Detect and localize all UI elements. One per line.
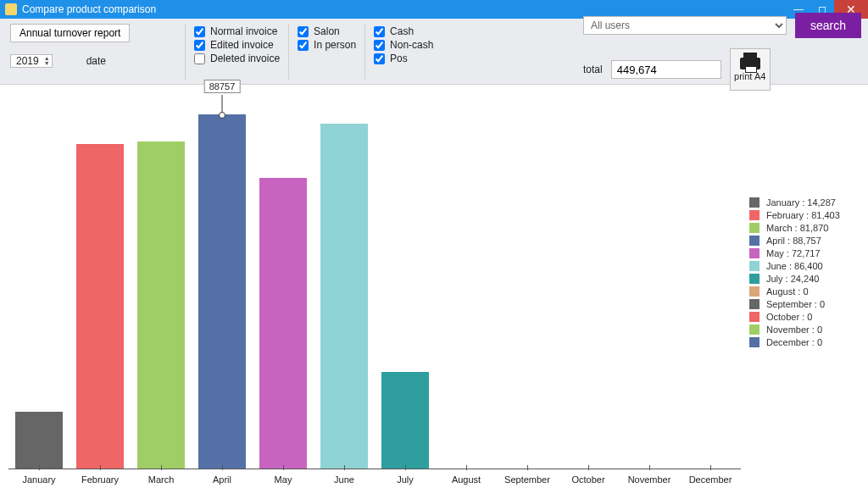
search-button[interactable]: search bbox=[795, 13, 861, 38]
legend-label: November : 0 bbox=[766, 324, 822, 335]
legend-swatch-icon bbox=[749, 197, 760, 208]
legend-item: March : 81,870 bbox=[749, 223, 868, 233]
legend-swatch-icon bbox=[749, 324, 760, 335]
cash-checkbox[interactable]: Cash bbox=[374, 25, 433, 37]
legend-item: January : 14,287 bbox=[749, 197, 868, 208]
legend-label: August : 0 bbox=[766, 286, 809, 297]
legend-label: July : 24,240 bbox=[766, 274, 819, 284]
legend-swatch-icon bbox=[749, 261, 760, 271]
bar-june[interactable] bbox=[320, 124, 368, 469]
legend-swatch-icon bbox=[749, 248, 760, 258]
legend-item: October : 0 bbox=[749, 312, 868, 322]
xlabel: April bbox=[213, 474, 231, 485]
bar-march[interactable] bbox=[137, 141, 185, 469]
bar-may[interactable] bbox=[259, 178, 307, 469]
edited-invoice-checkbox[interactable]: Edited invoice bbox=[194, 39, 280, 51]
bar-tooltip: 88757 bbox=[204, 80, 241, 93]
legend-label: December : 0 bbox=[766, 337, 822, 347]
bar-february[interactable] bbox=[76, 144, 124, 469]
date-label: date bbox=[86, 55, 106, 67]
xlabel: September bbox=[504, 474, 550, 485]
deleted-invoice-checkbox[interactable]: Deleted invoice bbox=[194, 53, 280, 64]
legend-label: October : 0 bbox=[766, 312, 812, 322]
bar-july[interactable] bbox=[381, 372, 429, 469]
tooltip-marker-icon bbox=[219, 112, 225, 119]
year-spinner[interactable]: 2019 ▲▼ bbox=[10, 54, 53, 68]
in-person-checkbox[interactable]: In person bbox=[298, 39, 356, 51]
pos-checkbox[interactable]: Pos bbox=[374, 53, 433, 64]
bar-january[interactable] bbox=[15, 412, 63, 469]
xlabel: January bbox=[22, 474, 55, 485]
payment-filter-group: Cash Non-cash Pos bbox=[364, 24, 442, 80]
legend-swatch-icon bbox=[749, 274, 760, 284]
bar-april[interactable] bbox=[198, 114, 246, 469]
legend-item: July : 24,240 bbox=[749, 274, 868, 284]
year-value: 2019 bbox=[16, 55, 39, 67]
legend-item: September : 0 bbox=[749, 299, 868, 309]
xlabel: July bbox=[397, 474, 414, 485]
xlabel: February bbox=[81, 474, 119, 485]
legend-label: May : 72,717 bbox=[766, 248, 821, 258]
xlabel: March bbox=[148, 474, 175, 485]
noncash-checkbox[interactable]: Non-cash bbox=[374, 39, 433, 51]
legend-swatch-icon bbox=[749, 299, 760, 309]
app-icon bbox=[5, 3, 17, 15]
legend-swatch-icon bbox=[749, 236, 760, 246]
legend-label: June : 86,400 bbox=[766, 261, 823, 271]
legend-label: January : 14,287 bbox=[766, 197, 836, 208]
legend-swatch-icon bbox=[749, 286, 760, 297]
invoice-filter-group: Normal invoice Edited invoice Deleted in… bbox=[185, 24, 288, 80]
legend-label: February : 81,403 bbox=[766, 210, 840, 220]
legend-item: April : 88,757 bbox=[749, 236, 868, 246]
user-combobox[interactable]: All users bbox=[583, 16, 787, 35]
spinner-arrows-icon[interactable]: ▲▼ bbox=[44, 56, 50, 66]
toolbar: Annual turnover report 2019 ▲▼ date Norm… bbox=[0, 19, 868, 85]
xlabel: June bbox=[334, 474, 354, 485]
chart-area: JanuaryFebruaryMarchAprilMayJuneJulyAugu… bbox=[0, 85, 741, 488]
legend-swatch-icon bbox=[749, 312, 760, 322]
xlabel: November bbox=[628, 474, 671, 485]
legend-swatch-icon bbox=[749, 223, 760, 233]
legend-label: September : 0 bbox=[766, 299, 825, 309]
legend-item: December : 0 bbox=[749, 337, 868, 347]
legend-label: April : 88,757 bbox=[766, 236, 821, 246]
normal-invoice-checkbox[interactable]: Normal invoice bbox=[194, 25, 280, 37]
legend-swatch-icon bbox=[749, 210, 760, 220]
xlabel: October bbox=[571, 474, 604, 485]
xlabel: August bbox=[452, 474, 481, 485]
legend-item: February : 81,403 bbox=[749, 210, 868, 220]
legend-item: June : 86,400 bbox=[749, 261, 868, 271]
xlabel: May bbox=[275, 474, 292, 485]
annual-turnover-button[interactable]: Annual turnover report bbox=[10, 24, 130, 42]
salon-checkbox[interactable]: Salon bbox=[298, 25, 356, 37]
channel-filter-group: Salon In person bbox=[288, 24, 364, 80]
legend: January : 14,287February : 81,403March :… bbox=[741, 85, 868, 488]
total-label: total bbox=[583, 64, 603, 75]
legend-item: August : 0 bbox=[749, 286, 868, 297]
x-axis bbox=[8, 469, 741, 469]
legend-label: March : 81,870 bbox=[766, 223, 828, 233]
legend-item: November : 0 bbox=[749, 324, 868, 335]
legend-swatch-icon bbox=[749, 337, 760, 347]
total-field[interactable] bbox=[611, 60, 721, 79]
printer-icon bbox=[740, 58, 760, 69]
xlabel: December bbox=[689, 474, 732, 485]
legend-item: May : 72,717 bbox=[749, 248, 868, 258]
